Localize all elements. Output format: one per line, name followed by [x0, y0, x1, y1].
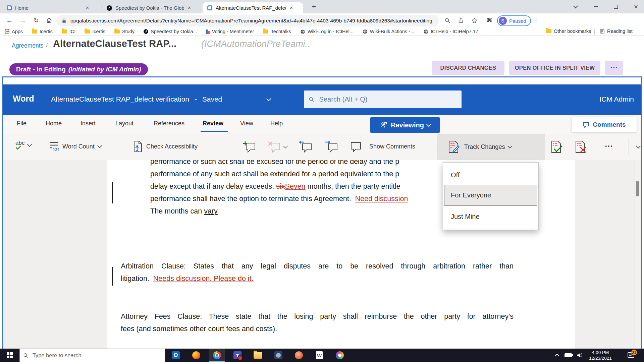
tab-search-chevron-icon[interactable]: [568, 0, 584, 13]
taskbar-search-input[interactable]: [32, 352, 161, 359]
bookmark-ici[interactable]: ICI: [62, 29, 76, 34]
bookmark-voting-mentimeter[interactable]: Voting - Mentimeter: [206, 29, 254, 34]
tab-references[interactable]: References: [154, 120, 184, 127]
collapse-ribbon-chevron-icon[interactable]: [636, 144, 641, 148]
user-name[interactable]: ICM Admin: [599, 95, 634, 103]
comments-button[interactable]: Comments: [572, 117, 637, 132]
taskbar-firefox[interactable]: [188, 349, 204, 362]
taskbar-app-b[interactable]: [291, 349, 307, 362]
taskbar-app-a[interactable]: [270, 349, 286, 362]
spelling-check-button[interactable]: abc: [15, 140, 31, 149]
tab-home[interactable]: Home: [46, 120, 62, 127]
track-changes-button[interactable]: Track Changes: [448, 140, 512, 153]
close-tab-icon[interactable]: ✕: [86, 5, 89, 10]
tab-review[interactable]: Review: [203, 120, 223, 127]
taskbar-paint[interactable]: [332, 349, 348, 362]
window-maximize-button[interactable]: [608, 0, 624, 13]
previous-comment-button[interactable]: [299, 141, 312, 153]
word-logo[interactable]: Word: [13, 94, 34, 104]
document-canvas[interactable]: performance of such act shall be excused…: [3, 160, 641, 349]
word-search-box[interactable]: [304, 90, 462, 108]
document-scrollbar[interactable]: [635, 160, 640, 349]
bookmark-wiki-bulk-actions[interactable]: Wiki-Bulk Actions -...: [363, 29, 414, 34]
bookmark-icertis[interactable]: Icertis: [32, 29, 53, 34]
bookmark-speedtest[interactable]: Speedtest by Ookla...: [144, 29, 197, 34]
status-badge: Draft - In Editing (Initiated by ICM Adm…: [9, 63, 148, 75]
reviewing-mode-button[interactable]: Reviewing: [370, 117, 440, 133]
open-office-split-view-button[interactable]: OPEN OFFICE IN SPLIT VIEW: [509, 61, 600, 75]
battery-icon[interactable]: [562, 349, 574, 362]
taskbar-clock[interactable]: 4:00 PM 12/23/2021: [586, 350, 614, 361]
start-button[interactable]: [0, 349, 19, 362]
title-separator: -: [195, 95, 197, 103]
bookmark-icertis-2[interactable]: Icertis: [85, 29, 105, 34]
reject-changes-button[interactable]: [575, 140, 587, 153]
chevron-down-icon: [507, 144, 512, 148]
taskbar-search-box[interactable]: [19, 349, 165, 362]
bookmarks-divider: [594, 29, 595, 35]
accept-changes-button[interactable]: [551, 140, 563, 153]
accept-change-icon: [551, 140, 563, 153]
delete-comment-button[interactable]: [268, 141, 287, 153]
taskbar-teams[interactable]: T: [229, 349, 246, 362]
back-icon[interactable]: ←: [3, 14, 15, 26]
more-actions-button[interactable]: ···: [605, 61, 623, 75]
extensions-puzzle-icon[interactable]: [483, 14, 495, 26]
word-search-input[interactable]: [319, 95, 457, 104]
taskbar-chrome[interactable]: [209, 349, 225, 362]
other-bookmarks[interactable]: Other bookmarks: [546, 28, 591, 34]
show-comments-button[interactable]: Show Comments: [350, 141, 415, 152]
window-close-button[interactable]: ✕: [628, 0, 644, 13]
track-changes-option-off[interactable]: Off: [443, 166, 538, 184]
check-accessibility-button[interactable]: Check Accessibility: [133, 140, 198, 153]
tab-home[interactable]: Home ✕: [3, 2, 101, 13]
tab-view[interactable]: View: [240, 120, 253, 127]
reload-icon[interactable]: ↻: [30, 14, 42, 26]
share-icon[interactable]: [455, 14, 467, 26]
bookmark-star-icon[interactable]: [468, 14, 480, 26]
browser-profile-chip[interactable]: S Paused: [497, 15, 531, 26]
next-comment-button[interactable]: [325, 141, 338, 153]
firefox-icon: [192, 351, 200, 359]
ribbon-more-button[interactable]: •••: [605, 143, 613, 149]
address-bar[interactable]: opqalabs.icertis.com/Agreement/Details?e…: [56, 15, 439, 26]
discard-changes-button[interactable]: DISCARD CHANGES: [432, 61, 504, 75]
tab-speedtest[interactable]: Speedtest by Ookla - The Global ✕: [103, 2, 201, 13]
bookmark-techtalks[interactable]: Techtalks: [263, 29, 291, 34]
reading-list[interactable]: Reading list: [600, 28, 633, 34]
scrollbar-thumb[interactable]: [636, 181, 639, 196]
new-comment-button[interactable]: [243, 141, 256, 153]
show-desktop-edge[interactable]: [643, 351, 643, 359]
breadcrumb-agreements-link[interactable]: Agreements: [12, 42, 43, 49]
tray-chevron-up-icon[interactable]: [552, 349, 562, 362]
tab-layout[interactable]: Layout: [115, 120, 133, 127]
tab-help[interactable]: Help: [270, 120, 283, 127]
bookmark-study[interactable]: Study: [114, 29, 135, 34]
taskbar-outlook[interactable]: O: [168, 349, 184, 362]
doc-paragraph1-line3: delay except that if any delay exceeds. …: [150, 181, 400, 191]
forward-icon[interactable]: →: [17, 14, 29, 26]
taskbar-word[interactable]: W: [311, 349, 327, 362]
close-tab-icon[interactable]: ✕: [187, 5, 191, 10]
volume-icon[interactable]: [574, 349, 585, 362]
document-title-text: AlternateClauseTest RAP_defect verificat…: [51, 95, 189, 103]
track-changes-option-just-mine[interactable]: Just Mine: [443, 207, 538, 226]
tab-alternateclausetest[interactable]: AlternateClauseTest RAP_defect v ✕: [203, 2, 303, 13]
bookmark-ici-help[interactable]: ICI Help - ICIHelp7.17: [423, 29, 478, 34]
browser-menu-kebab-icon[interactable]: ⋮: [530, 14, 542, 26]
tab-insert[interactable]: Insert: [80, 120, 96, 127]
bookmark-wiki-login[interactable]: Wiki-Log in - ICIHel...: [300, 29, 354, 34]
taskbar-file-explorer[interactable]: [250, 349, 266, 362]
word-count-button[interactable]: 123 Word Count: [49, 141, 101, 152]
tab-file[interactable]: File: [17, 120, 26, 127]
title-chevron-icon[interactable]: [266, 97, 271, 101]
home-icon[interactable]: [43, 14, 55, 26]
zoom-icon[interactable]: [441, 14, 453, 26]
browser-tab-bar: Home ✕ Speedtest by Ookla - The Global ✕…: [0, 0, 644, 13]
new-tab-button[interactable]: +: [309, 2, 319, 11]
track-changes-option-for-everyone[interactable]: For Everyone: [443, 185, 538, 206]
action-center-button[interactable]: 21: [623, 349, 639, 362]
bookmark-apps[interactable]: Apps: [5, 29, 23, 34]
close-tab-icon[interactable]: ✕: [289, 5, 293, 10]
window-minimize-button[interactable]: [588, 0, 604, 13]
